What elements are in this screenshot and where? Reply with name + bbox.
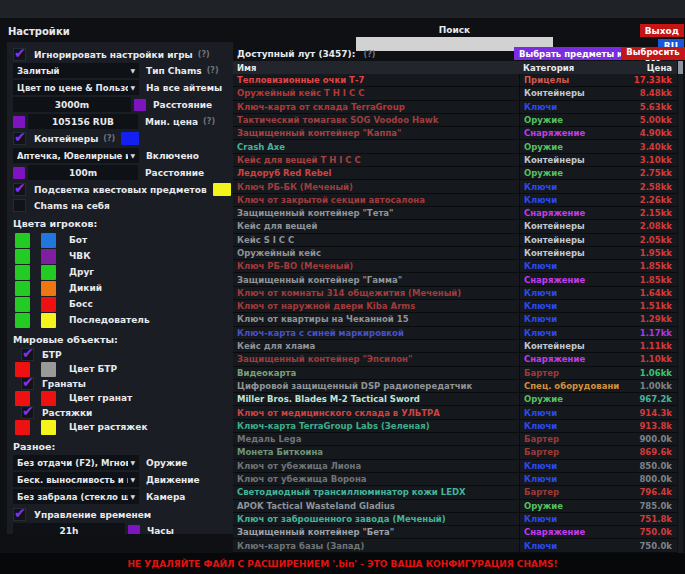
player-color-swatch-2[interactable] bbox=[41, 313, 56, 328]
distance-items-input[interactable]: 100m bbox=[28, 165, 138, 180]
loot-item-category: Ключи bbox=[519, 101, 619, 113]
loot-table-row[interactable]: Кейс S I C CКонтейнеры2.05kk bbox=[233, 234, 677, 247]
help-icon[interactable]: (?) bbox=[363, 50, 375, 59]
loot-table-row[interactable]: Ключ-карта базы (Запад)Ключи750.0k bbox=[233, 539, 677, 552]
world-color-swatch-2[interactable] bbox=[41, 420, 56, 435]
loot-table-row[interactable]: Светодиодный трансиллюминатор кожи LEDXБ… bbox=[233, 486, 677, 499]
items-distance-color-swatch[interactable] bbox=[13, 167, 25, 179]
hours-color-swatch[interactable] bbox=[128, 525, 140, 535]
player-color-swatch-1[interactable] bbox=[15, 313, 30, 328]
loot-table-row[interactable]: ВидеокартаБартер1.06kk bbox=[233, 367, 677, 380]
loot-table-row[interactable]: APOK Tactical Wasteland GladiusОружие785… bbox=[233, 500, 677, 513]
loot-table-row[interactable]: Кейс для хламаКонтейнеры1.11kk bbox=[233, 340, 677, 353]
loot-table-row[interactable]: Crash AxeОружие3.40kk bbox=[233, 140, 677, 153]
help-icon[interactable]: (?) bbox=[198, 50, 210, 59]
loot-table-row[interactable]: Ключ от комнаты 314 общежития (Меченый)К… bbox=[233, 287, 677, 300]
player-color-swatch-2[interactable] bbox=[41, 249, 56, 264]
loot-item-name: Светодиодный трансиллюминатор кожи LEDX bbox=[233, 487, 519, 497]
player-color-swatch-1[interactable] bbox=[15, 233, 30, 248]
chams-type-dropdown[interactable]: Залитый ▼ bbox=[13, 63, 139, 78]
containers-checkbox[interactable]: ✔ bbox=[13, 132, 26, 145]
window-titlebar[interactable] bbox=[0, 0, 685, 18]
hours-input[interactable]: 21h bbox=[13, 523, 125, 534]
loot-table-row[interactable]: Ключ от убежища ЛионаКлючи850.0k bbox=[233, 460, 677, 473]
world-color-swatch-2[interactable] bbox=[41, 362, 56, 377]
player-color-swatch-2[interactable] bbox=[41, 265, 56, 280]
loot-table-row[interactable]: Ключ от убежища ВоронаКлючи800.0k bbox=[233, 473, 677, 486]
loot-table-row[interactable]: Защищенный контейнер "Гамма"Снаряжение1.… bbox=[233, 273, 677, 286]
world-object-checkbox[interactable]: ✔ bbox=[21, 348, 34, 361]
loot-table-row[interactable]: Защищенный контейнер "Каппа"Снаряжение4.… bbox=[233, 127, 677, 140]
world-color-swatch-2[interactable] bbox=[41, 391, 56, 406]
quest-color-swatch[interactable] bbox=[213, 183, 231, 196]
world-object-checkbox[interactable]: ✔ bbox=[21, 377, 34, 390]
loot-table-row[interactable]: Оружейный кейс T H I C CКонтейнеры8.48kk bbox=[233, 87, 677, 100]
loot-table-row[interactable]: Ключ от квартиры на Чеканной 15Ключи1.29… bbox=[233, 313, 677, 326]
player-color-swatch-1[interactable] bbox=[15, 297, 30, 312]
drop-all-button[interactable]: Выбросить все bbox=[621, 47, 685, 60]
quest-highlight-checkbox[interactable]: ✔ bbox=[13, 183, 26, 196]
loot-item-category: Ключи bbox=[519, 406, 619, 418]
loot-table-row[interactable]: Тактический томагавк SOG Voodoo HawkОруж… bbox=[233, 114, 677, 127]
player-color-swatch-1[interactable] bbox=[15, 249, 30, 264]
loot-item-name: Miller Bros. Blades M-2 Tactical Sword bbox=[233, 394, 519, 404]
min-price-color-swatch[interactable] bbox=[13, 116, 25, 128]
loot-table-row[interactable]: Ключ РБ-ВО (Меченый)Ключи1.85kk bbox=[233, 260, 677, 273]
time-control-checkbox[interactable]: ✔ bbox=[13, 508, 26, 521]
world-color-swatch-1[interactable] bbox=[15, 420, 30, 435]
check-icon: ✔ bbox=[22, 374, 34, 390]
loot-table-row[interactable]: Ключ от закрытой секции автосалонаКлючи2… bbox=[233, 194, 677, 207]
scrollbar-thumb[interactable] bbox=[678, 61, 683, 74]
distance-all-input[interactable]: 3000m bbox=[13, 97, 131, 112]
loot-table-row[interactable]: Цифровой защищенный DSP радиопередатчикС… bbox=[233, 380, 677, 393]
loot-table-row[interactable]: Монета БиткоинаБартер869.6k bbox=[233, 446, 677, 459]
containers-color-swatch[interactable] bbox=[121, 132, 139, 145]
loot-item-price: 1.51kk bbox=[619, 301, 677, 311]
loot-table-row[interactable]: Медаль LegaБартер900.0k bbox=[233, 433, 677, 446]
player-color-swatch-1[interactable] bbox=[15, 265, 30, 280]
loot-item-price: 1.10kk bbox=[619, 354, 677, 364]
player-color-swatch-2[interactable] bbox=[41, 297, 56, 312]
column-header-name[interactable]: Имя bbox=[233, 63, 519, 73]
player-color-swatch-2[interactable] bbox=[41, 233, 56, 248]
loot-table-row[interactable]: Ледоруб Red RebelОружие2.75kk bbox=[233, 167, 677, 180]
loot-table-row[interactable]: Кейс для вещей T H I C CКонтейнеры3.10kk bbox=[233, 154, 677, 167]
loot-table-row[interactable]: Защищенный контейнер "Тета"Снаряжение2.1… bbox=[233, 207, 677, 220]
misc-dropdown[interactable]: Беск. выносливость и нет уста:▼ bbox=[13, 472, 139, 487]
table-scrollbar[interactable] bbox=[678, 61, 683, 553]
loot-table-row[interactable]: Тепловизионные очки Т-7Прицелы17.33kk bbox=[233, 74, 677, 87]
column-header-category[interactable]: Категория bbox=[519, 63, 619, 73]
loot-table-row[interactable]: Защищенный контейнер "Бета"Снаряжение750… bbox=[233, 526, 677, 539]
loot-item-category: Оружие bbox=[519, 500, 619, 512]
loot-table-row[interactable]: Оружейный кейсКонтейнеры1.95kk bbox=[233, 247, 677, 260]
exit-button[interactable]: Выход bbox=[640, 24, 684, 37]
misc-dropdown[interactable]: Без забрала (стекло шлема)▼ bbox=[13, 489, 139, 504]
loot-table-row[interactable]: Ключ от наружной двери Kiba ArmsКлючи1.5… bbox=[233, 300, 677, 313]
loot-table-row[interactable]: Ключ-карта с синей маркировкойКлючи1.17k… bbox=[233, 327, 677, 340]
loot-table-row[interactable]: Miller Bros. Blades M-2 Tactical SwordОр… bbox=[233, 393, 677, 406]
loot-item-category: Оружие bbox=[519, 167, 619, 179]
loot-table-row[interactable]: Ключ от медицинского склада в УЛЬТРАКлюч… bbox=[233, 406, 677, 419]
help-icon[interactable]: (?) bbox=[203, 117, 215, 126]
loot-table-row[interactable]: Защищенный контейнер "Эпсилон"Снаряжение… bbox=[233, 353, 677, 366]
loot-table-row[interactable]: Ключ от заброшенного завода (Меченый)Клю… bbox=[233, 513, 677, 526]
player-color-swatch-2[interactable] bbox=[41, 281, 56, 296]
column-header-price[interactable]: Цена bbox=[619, 63, 677, 73]
distance-color-swatch[interactable] bbox=[134, 99, 146, 111]
min-price-input[interactable]: 105156 RUB bbox=[28, 114, 138, 129]
loot-item-category: Контейнеры bbox=[519, 87, 619, 99]
player-color-swatch-1[interactable] bbox=[15, 281, 30, 296]
color-mode-dropdown[interactable]: Цвет по цене & Пользователь ▼ bbox=[13, 80, 139, 95]
ignore-game-settings-checkbox[interactable]: ✔ bbox=[13, 48, 26, 61]
loot-item-category: Ключи bbox=[519, 194, 619, 206]
help-icon[interactable]: (?) bbox=[103, 134, 115, 143]
category-filter-dropdown[interactable]: Аптечка, Ювелирные и... ▼ bbox=[13, 148, 139, 163]
loot-table-row[interactable]: Ключ-карта от склада TerraGroupКлючи5.63… bbox=[233, 101, 677, 114]
loot-table-row[interactable]: Ключ-карта TerraGroup Labs (Зеленая)Ключ… bbox=[233, 420, 677, 433]
help-icon[interactable]: (?) bbox=[207, 66, 219, 75]
misc-dropdown[interactable]: Без отдачи (F2), Мгновенное п▼ bbox=[13, 455, 139, 470]
world-object-checkbox[interactable]: ✔ bbox=[21, 406, 34, 419]
chams-self-checkbox[interactable] bbox=[13, 199, 26, 212]
loot-table-row[interactable]: Ключ РБ-БК (Меченый)Ключи2.58kk bbox=[233, 180, 677, 193]
loot-table-row[interactable]: Кейс для вещейКонтейнеры2.08kk bbox=[233, 220, 677, 233]
